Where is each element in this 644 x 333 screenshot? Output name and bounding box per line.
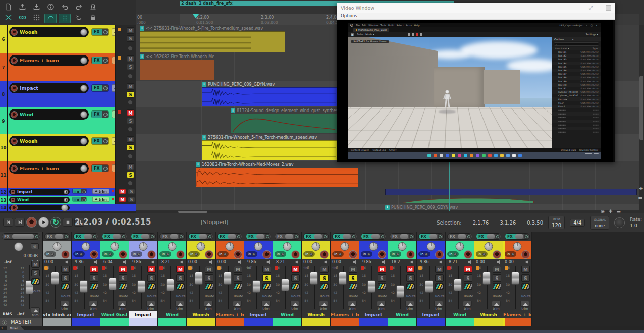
go-to-start-button[interactable]: [3, 218, 13, 227]
mixer-strip[interactable]: FX in 0.00 M S Route -6-18-30-42-54 trim…: [503, 232, 532, 326]
mute-button[interactable]: M: [320, 266, 329, 273]
fx-wet-knob[interactable]: [12, 234, 34, 239]
track-solo-button[interactable]: S: [127, 35, 134, 42]
strip-name[interactable]: Woosh: [474, 311, 503, 318]
fx-bypass-toggle[interactable]: [34, 234, 39, 239]
pan-knob[interactable]: [226, 242, 234, 251]
media-item[interactable]: i81324-Sound_design_element_wind_gust_sy…: [231, 108, 337, 133]
fader-cap[interactable]: [367, 280, 375, 293]
track-trim-button[interactable]: trim: [92, 189, 109, 194]
fx-bypass-toggle[interactable]: [265, 234, 270, 239]
video-close-button[interactable]: [606, 5, 611, 11]
strip-name[interactable]: Flames + burn: [331, 311, 359, 318]
input-button[interactable]: in: [102, 251, 114, 257]
track-fx-button[interactable]: FX: [72, 189, 87, 194]
volume-readout[interactable]: 0.00: [188, 260, 197, 264]
track-name-pill[interactable]: Flames + burn: [9, 163, 89, 174]
input-button[interactable]: in: [217, 251, 229, 257]
strip-fx-slot[interactable]: FX: [131, 233, 156, 240]
fx-wet-knob[interactable]: [400, 234, 408, 239]
track-panel[interactable]: 13 Wind FX trim M S: [0, 196, 136, 204]
fader-cap[interactable]: [109, 278, 117, 290]
route-button[interactable]: Route: [349, 283, 357, 299]
track-number-gutter[interactable]: 6: [0, 25, 8, 53]
track-name[interactable]: Impact: [17, 190, 62, 194]
input-button[interactable]: in: [159, 251, 171, 257]
master-solo-button[interactable]: S: [31, 269, 40, 276]
pan-knob[interactable]: [82, 242, 90, 251]
mixer-strip[interactable]: FX in -8.21 M S Route -6-18-30-42-54 tri…: [273, 232, 302, 326]
mixer-strip[interactable]: FX in -9.86 M S Route -6-18-30-42-54 tri…: [129, 232, 158, 326]
record-arm-button[interactable]: [176, 250, 185, 259]
video-window-titlebar[interactable]: Video Window ⤢: [337, 3, 615, 13]
mixer-strip[interactable]: FX in 0.00 -inf M S Route -6-18-30-42-54…: [331, 232, 359, 326]
strip-fx-slot[interactable]: FX: [303, 233, 329, 240]
input-monitor-icon[interactable]: [281, 253, 284, 256]
route-button[interactable]: Route: [291, 283, 300, 299]
fx-bypass-toggle[interactable]: [64, 234, 68, 239]
master-trim-button[interactable]: trim: [30, 307, 40, 317]
mixer-strip[interactable]: FX in -8.21 M S Route -6-18-30-42-54 tri…: [158, 232, 187, 326]
fx-bypass-toggle[interactable]: [524, 234, 528, 239]
mute-button[interactable]: M: [119, 266, 127, 273]
record-arm-button[interactable]: [406, 250, 415, 259]
strip-name[interactable]: Wind: [446, 311, 474, 318]
video-fit-icon[interactable]: ⤢: [589, 5, 593, 11]
item-info-icon[interactable]: i: [202, 82, 206, 87]
volume-fader[interactable]: [253, 266, 259, 309]
trim-envelope-button[interactable]: trim: [203, 301, 213, 311]
track-mute-button[interactable]: M: [119, 189, 126, 194]
pan-knob[interactable]: [283, 242, 292, 251]
fx-bypass-icon[interactable]: [102, 85, 108, 91]
track-volume-knob[interactable]: [80, 29, 87, 36]
fx-bypass-toggle[interactable]: [294, 234, 298, 239]
fx-bypass-icon[interactable]: [102, 29, 108, 35]
time-signature-box[interactable]: 4/4: [570, 219, 585, 227]
solo-button[interactable]: S: [147, 274, 156, 282]
solo-button[interactable]: S: [119, 274, 127, 282]
strip-fx-slot[interactable]: FX: [246, 233, 271, 240]
solo-button[interactable]: S: [349, 274, 357, 282]
record-arm-button[interactable]: [378, 250, 386, 259]
volume-readout[interactable]: 0.00: [303, 260, 312, 264]
fx-bypass-toggle[interactable]: [351, 234, 356, 239]
solo-button[interactable]: S: [61, 274, 70, 282]
media-item-body[interactable]: [231, 114, 337, 133]
pan-knob[interactable]: [139, 242, 148, 251]
input-monitor-icon[interactable]: [224, 253, 227, 256]
mixer-strip[interactable]: FX in -9.86 M S Route -6-18-30-42-54 tri…: [417, 232, 446, 326]
volume-fader[interactable]: [282, 266, 288, 309]
fx-bypass-icon[interactable]: [102, 57, 108, 64]
strip-number[interactable]: [129, 318, 157, 326]
fader-cap[interactable]: [51, 272, 59, 285]
volume-fader[interactable]: [484, 266, 490, 309]
track-panel[interactable]: 12 Impact FX trim M S: [0, 188, 136, 196]
pan-knob[interactable]: [111, 242, 119, 251]
track-number-gutter[interactable]: 14: [0, 204, 8, 211]
fx-bypass-icon[interactable]: [102, 138, 108, 144]
volume-fader[interactable]: [225, 266, 231, 309]
strip-number[interactable]: [474, 318, 503, 326]
fx-bypass-toggle[interactable]: [150, 234, 154, 239]
input-monitor-icon[interactable]: [195, 253, 198, 256]
fx-bypass-toggle[interactable]: [438, 234, 442, 239]
strip-name[interactable]: vfx blink and c: [43, 311, 71, 318]
fx-wet-knob[interactable]: [285, 234, 293, 239]
solo-button[interactable]: S: [521, 274, 530, 282]
trim-envelope-button[interactable]: trim: [117, 301, 127, 311]
record-arm-button[interactable]: [11, 138, 18, 145]
volume-readout[interactable]: 0.00: [217, 260, 226, 264]
route-button[interactable]: Route: [378, 283, 386, 299]
track-panel[interactable]: 8 Impact FX trim M S: [0, 81, 136, 107]
global-automation-box[interactable]: GLOBALnone: [590, 216, 609, 230]
fx-wet-knob[interactable]: [170, 234, 178, 239]
strip-name[interactable]: Wind: [273, 311, 301, 318]
pan-knob[interactable]: [427, 242, 436, 251]
route-button[interactable]: Route: [464, 283, 472, 299]
pan-knob[interactable]: [369, 242, 378, 251]
strip-name[interactable]: Flames + burn: [503, 311, 531, 318]
route-button[interactable]: Route: [61, 283, 70, 299]
play-button[interactable]: [38, 217, 49, 228]
input-monitor-icon[interactable]: [80, 253, 83, 256]
track-env-button[interactable]: [128, 74, 133, 79]
